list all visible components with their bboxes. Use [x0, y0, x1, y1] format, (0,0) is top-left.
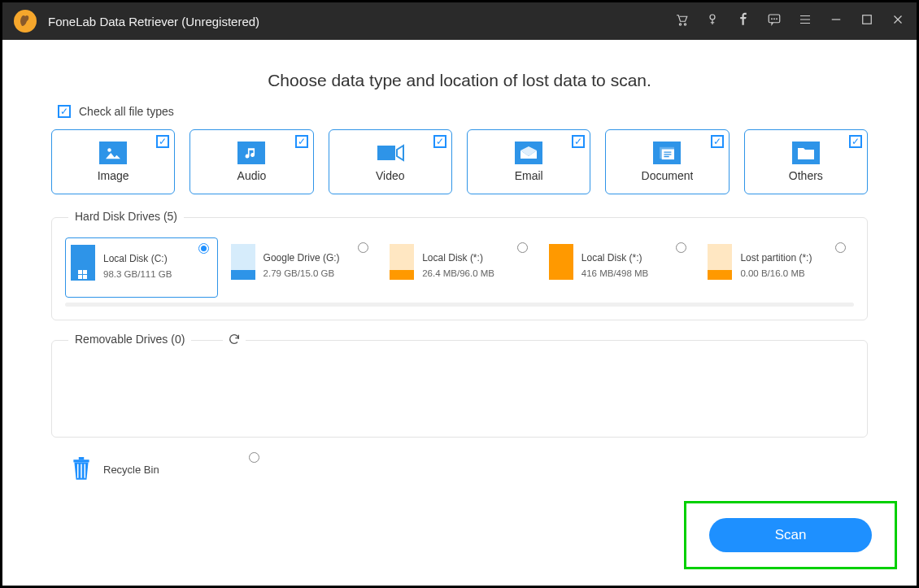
refresh-icon[interactable]: [223, 333, 246, 349]
type-label: Email: [515, 169, 543, 182]
audio-icon: [237, 142, 265, 164]
facebook-icon[interactable]: [736, 12, 751, 30]
svg-rect-9: [78, 270, 82, 274]
recycle-bin-option[interactable]: Recycle Bin: [71, 457, 250, 481]
svg-point-2: [710, 15, 715, 20]
video-icon: [377, 142, 404, 164]
svg-point-1: [684, 24, 686, 25]
drive-name: Google Drive (G:): [264, 250, 340, 266]
drive-size: 0.00 B/16.0 MB: [740, 266, 812, 281]
check-all-label: Check all file types: [79, 105, 174, 118]
drive-item[interactable]: Local Disk (C:)98.3 GB/111 GB: [65, 237, 218, 298]
drives-row: Local Disk (C:)98.3 GB/111 GBGoogle Driv…: [65, 237, 854, 298]
svg-rect-4: [863, 15, 872, 24]
type-card-video[interactable]: ✓ Video: [329, 129, 452, 194]
cart-icon[interactable]: [674, 12, 689, 30]
drive-icon: [708, 244, 732, 280]
type-label: Image: [98, 169, 129, 182]
type-checkbox[interactable]: ✓: [156, 135, 169, 148]
email-icon: [515, 142, 542, 164]
file-type-grid: ✓ Image ✓ Audio ✓ Video: [51, 129, 868, 194]
drive-icon: [549, 244, 573, 280]
type-checkbox[interactable]: ✓: [572, 135, 585, 148]
drive-item[interactable]: Google Drive (G:)2.79 GB/15.0 GB: [226, 237, 377, 298]
close-icon[interactable]: [891, 12, 905, 30]
drive-radio[interactable]: [517, 242, 528, 253]
removable-section-title: Removable Drives (0): [68, 333, 191, 346]
svg-rect-13: [73, 460, 89, 462]
drive-size: 26.4 MB/96.0 MB: [422, 266, 494, 281]
svg-point-0: [679, 24, 681, 25]
image-icon: [99, 142, 127, 164]
hdd-section-title: Hard Disk Drives (5): [68, 210, 184, 223]
minimize-icon[interactable]: [829, 12, 843, 30]
window-title: FoneLab Data Retriever (Unregistered): [48, 15, 259, 28]
drive-radio[interactable]: [835, 242, 846, 253]
scan-highlight-box: Scan: [684, 501, 897, 569]
type-label: Document: [642, 169, 694, 182]
recycle-label: Recycle Bin: [103, 464, 159, 476]
drive-name: Local Disk (C:): [103, 251, 172, 267]
removable-section: Removable Drives (0): [51, 340, 868, 438]
type-card-document[interactable]: ✓ Document: [605, 129, 729, 194]
type-card-email[interactable]: ✓ Email: [467, 129, 590, 194]
page-heading: Choose data type and location of lost da…: [51, 71, 868, 90]
drive-radio[interactable]: [358, 242, 368, 253]
recycle-bin-icon: [71, 457, 92, 481]
drive-name: Local Disk (*:): [581, 250, 648, 266]
key-icon[interactable]: [705, 12, 720, 30]
drive-item[interactable]: Local Disk (*:)416 MB/498 MB: [544, 237, 695, 298]
svg-rect-6: [377, 146, 395, 160]
drive-icon: [71, 245, 95, 281]
svg-rect-11: [78, 275, 82, 279]
drive-size: 98.3 GB/111 GB: [103, 267, 172, 281]
app-window: FoneLab Data Retriever (Unregistered) Ch…: [0, 0, 919, 588]
svg-point-5: [107, 148, 111, 152]
drive-icon: [390, 244, 414, 280]
type-card-audio[interactable]: ✓ Audio: [189, 129, 313, 194]
drive-item[interactable]: Local Disk (*:)26.4 MB/96.0 MB: [385, 237, 536, 298]
recycle-radio[interactable]: [249, 452, 259, 463]
type-label: Others: [789, 169, 823, 182]
type-card-image[interactable]: ✓ Image: [51, 129, 175, 194]
app-logo-icon: [14, 10, 37, 33]
type-checkbox[interactable]: ✓: [295, 135, 308, 148]
drive-name: Local Disk (*:): [422, 250, 494, 266]
titlebar: FoneLab Data Retriever (Unregistered): [2, 2, 917, 40]
scan-button[interactable]: Scan: [709, 518, 872, 552]
drive-scrollbar[interactable]: [65, 303, 854, 307]
others-icon: [792, 142, 820, 164]
type-card-others[interactable]: ✓ Others: [744, 129, 868, 194]
hdd-section: Hard Disk Drives (5) Local Disk (C:)98.3…: [51, 217, 868, 320]
drive-icon: [231, 244, 255, 280]
drive-size: 2.79 GB/15.0 GB: [264, 266, 340, 281]
type-checkbox[interactable]: ✓: [711, 135, 724, 148]
drive-radio[interactable]: [676, 242, 686, 253]
type-label: Audio: [237, 169, 267, 182]
drive-item[interactable]: Lost partition (*:)0.00 B/16.0 MB: [703, 237, 854, 298]
svg-rect-10: [83, 270, 87, 274]
svg-rect-14: [79, 457, 84, 460]
maximize-icon[interactable]: [860, 12, 874, 30]
drive-name: Lost partition (*:): [740, 250, 812, 266]
feedback-icon[interactable]: [767, 12, 782, 30]
menu-icon[interactable]: [798, 12, 812, 30]
svg-rect-12: [83, 275, 87, 279]
type-checkbox[interactable]: ✓: [433, 135, 446, 148]
document-icon: [653, 142, 681, 164]
drive-radio[interactable]: [198, 243, 209, 254]
drive-size: 416 MB/498 MB: [581, 266, 648, 281]
type-label: Video: [376, 169, 405, 182]
check-all-checkbox[interactable]: ✓: [58, 105, 71, 118]
type-checkbox[interactable]: ✓: [849, 135, 862, 148]
